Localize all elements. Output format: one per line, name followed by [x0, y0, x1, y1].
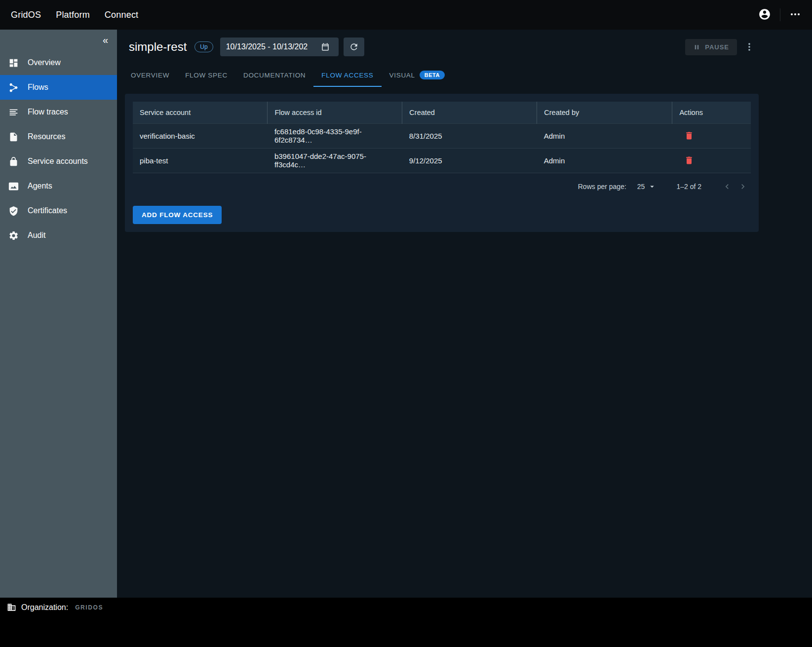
- rows-per-page-select[interactable]: 25: [637, 182, 657, 191]
- topbar-divider: [780, 8, 780, 21]
- cell-flow-access-id: b3961047-dde2-47ac-9075-ff3cd4c…: [268, 148, 402, 173]
- next-page-button[interactable]: [735, 179, 751, 194]
- trash-icon: [684, 131, 694, 141]
- sidebar-item-label: Flow traces: [28, 108, 68, 116]
- refresh-icon: [349, 42, 359, 52]
- column-header-flow-access-id: Flow access id: [268, 102, 402, 123]
- cell-created-by: Admin: [537, 123, 672, 148]
- sidebar-collapse-row: «: [0, 30, 117, 50]
- sidebar-item-certificates[interactable]: Certificates: [0, 198, 117, 223]
- dashboard-icon: [7, 57, 19, 69]
- audit-icon: [7, 229, 19, 241]
- status-badge: Up: [194, 41, 213, 52]
- tab-bar: OVERVIEW FLOW SPEC DOCUMENTATION FLOW AC…: [117, 63, 767, 87]
- sidebar-item-label: Flows: [28, 83, 48, 92]
- sidebar-nav: Overview Flows Flow traces: [0, 50, 117, 248]
- main-content: simple-rest Up: [117, 30, 812, 598]
- pause-button[interactable]: PAUSE: [685, 39, 737, 55]
- sidebar-item-audit[interactable]: Audit: [0, 223, 117, 248]
- cell-actions: [672, 148, 751, 173]
- brand-group: GridOS Platform Connect: [11, 10, 138, 20]
- cell-service-account: piba-test: [133, 148, 268, 173]
- tab-visual[interactable]: VISUAL BETA: [382, 63, 453, 87]
- table-header-row: Service account Flow access id Created C…: [133, 102, 751, 123]
- flow-access-table: Service account Flow access id Created C…: [133, 102, 751, 173]
- cell-created: 9/12/2025: [402, 148, 537, 173]
- sidebar-item-label: Certificates: [28, 206, 67, 215]
- tab-documentation[interactable]: DOCUMENTATION: [235, 63, 313, 87]
- calendar-icon[interactable]: [321, 42, 330, 51]
- sidebar-item-flows[interactable]: Flows: [0, 75, 117, 100]
- cell-flow-access-id: fc681ed8-0c98-4335-9e9f-6f2c8734…: [268, 123, 402, 148]
- account-circle-icon: [758, 8, 771, 22]
- column-header-actions: Actions: [672, 102, 751, 123]
- organization-row: Organization: GRIDOS: [0, 598, 812, 617]
- sidebar-item-label: Agents: [28, 182, 52, 190]
- tab-flow-access[interactable]: FLOW ACCESS: [313, 63, 381, 87]
- cell-service-account: verification-basic: [133, 123, 268, 148]
- sidebar-item-label: Resources: [28, 132, 65, 141]
- refresh-button[interactable]: [344, 38, 364, 56]
- topbar-right: [758, 8, 801, 22]
- dropdown-arrow-icon: [648, 182, 657, 191]
- cell-created-by: Admin: [537, 148, 672, 173]
- agents-icon: [7, 180, 19, 192]
- lock-icon: [7, 155, 19, 167]
- delete-row-button[interactable]: [683, 130, 695, 142]
- app-footer: Organization: GRIDOS: [0, 598, 812, 647]
- sidebar-item-label: Audit: [28, 231, 45, 240]
- add-flow-access-button[interactable]: ADD FLOW ACCESS: [133, 206, 222, 224]
- brand-gridos[interactable]: GridOS: [11, 10, 41, 20]
- sidebar-item-flow-traces[interactable]: Flow traces: [0, 100, 117, 124]
- pause-button-label: PAUSE: [705, 43, 729, 51]
- rows-per-page-label: Rows per page:: [578, 183, 626, 190]
- sidebar-item-resources[interactable]: Resources: [0, 124, 117, 149]
- column-header-created-by: Created by: [537, 102, 672, 123]
- date-range-field: [220, 38, 339, 56]
- tab-label: OVERVIEW: [131, 72, 169, 79]
- flow-access-panel: Service account Flow access id Created C…: [125, 94, 759, 232]
- page-title: simple-rest: [129, 40, 187, 54]
- sidebar-item-label: Overview: [28, 58, 61, 67]
- tab-flow-spec[interactable]: FLOW SPEC: [177, 63, 235, 87]
- sidebar-item-agents[interactable]: Agents: [0, 174, 117, 198]
- tab-overview[interactable]: OVERVIEW: [123, 63, 177, 87]
- top-bar: GridOS Platform Connect: [0, 0, 812, 30]
- beta-badge: BETA: [420, 71, 445, 79]
- cell-actions: [672, 123, 751, 148]
- organization-label: Organization:: [21, 603, 68, 612]
- brand-connect[interactable]: Connect: [105, 10, 138, 20]
- organization-icon: [7, 603, 16, 612]
- column-header-created: Created: [402, 102, 537, 123]
- sidebar-collapse-button[interactable]: «: [103, 35, 108, 45]
- sidebar-item-service-accounts[interactable]: Service accounts: [0, 149, 117, 174]
- delete-row-button[interactable]: [683, 154, 695, 166]
- kebab-icon: [744, 41, 755, 52]
- organization-value: GRIDOS: [75, 604, 103, 611]
- date-range-input[interactable]: [226, 42, 321, 51]
- pagination-bar: Rows per page: 25 1–2 of 2: [133, 173, 751, 200]
- sidebar-item-overview[interactable]: Overview: [0, 50, 117, 75]
- list-icon: [7, 106, 19, 118]
- trash-icon: [684, 155, 694, 165]
- pause-icon: [693, 43, 700, 51]
- tab-label: VISUAL: [389, 72, 415, 79]
- previous-page-button[interactable]: [719, 179, 735, 194]
- flows-icon: [7, 81, 19, 93]
- brand-platform[interactable]: Platform: [56, 10, 90, 20]
- column-header-service-account: Service account: [133, 102, 268, 123]
- sidebar: « Overview Flows: [0, 30, 117, 598]
- account-button[interactable]: [758, 8, 771, 22]
- table-row: piba-test b3961047-dde2-47ac-9075-ff3cd4…: [133, 148, 751, 173]
- tab-label: DOCUMENTATION: [243, 72, 306, 79]
- document-icon: [7, 131, 19, 143]
- chevron-right-icon: [738, 182, 748, 191]
- chevron-left-icon: [722, 182, 732, 191]
- more-menu-button[interactable]: [789, 8, 801, 22]
- rows-per-page-value: 25: [637, 183, 645, 190]
- pagination-range: 1–2 of 2: [676, 183, 701, 190]
- cell-created: 8/31/2025: [402, 123, 537, 148]
- page-menu-button[interactable]: [744, 41, 755, 52]
- tab-label: FLOW ACCESS: [321, 72, 373, 79]
- certificate-icon: [7, 205, 19, 217]
